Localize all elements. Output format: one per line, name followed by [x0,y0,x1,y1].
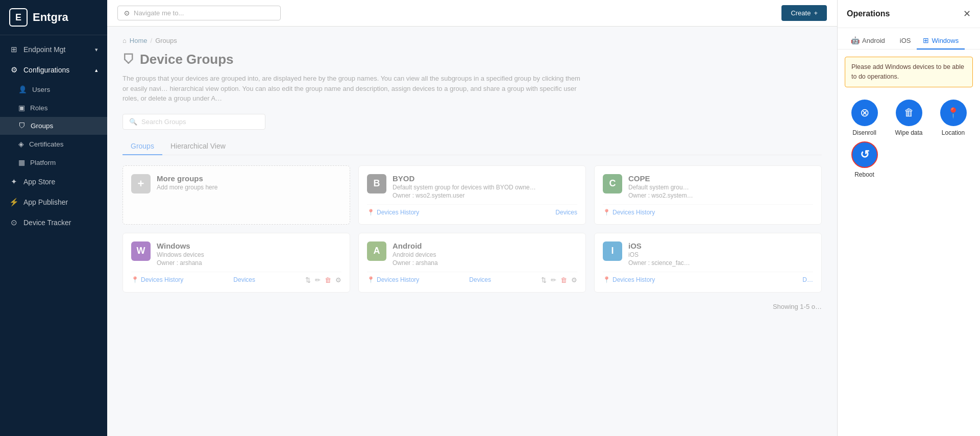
operations-panel: Operations ✕ 🤖 Android iOS ⊞ Windows Ple… [837,0,980,436]
group-name-byod: BYOD [393,174,577,183]
os-tab-android[interactable]: 🤖 Android [845,32,891,50]
group-card-header-byod: B BYOD Default system group for devices … [367,174,577,199]
reboot-circle: ↺ [851,141,878,168]
os-tab-windows[interactable]: ⊞ Windows [917,32,965,50]
app-store-icon: ✦ [9,177,18,186]
group-desc-ios: iOS [628,251,813,258]
group-card-header-cope: C COPE Default system grou… Owner : wso2… [603,174,813,199]
tab-hierarchical-view[interactable]: Hierarchical View [162,138,234,155]
disenroll-circle: ⊗ [851,100,878,126]
group-card-ios[interactable]: I iOS iOS Owner : science_fac… 📍 Devices… [594,233,822,293]
warning-box: Please add Windows devices to be able to… [845,57,973,87]
ios-os-label: iOS [900,37,911,44]
devices-link-ios[interactable]: D… [802,276,813,283]
reboot-label: Reboot [854,171,874,178]
card-actions-windows: ⇅ ✏ 🗑 ⚙ [305,276,341,284]
configurations-icon: ⚙ [9,65,18,75]
location-pin-icon: 📍 [367,209,375,216]
location-pin-icon-cope: 📍 [603,209,610,216]
tab-groups[interactable]: Groups [122,138,162,155]
sidebar-item-endpoint-mgt[interactable]: ⊞ Endpoint Mgt ▾ [0,39,107,60]
group-card-footer-cope: 📍 Devices History [603,204,813,216]
devices-history-link-byod[interactable]: 📍 Devices History [367,209,419,216]
devices-link-windows[interactable]: Devices [233,276,255,283]
group-info-android: Android Android devices Owner : arshana [393,241,577,267]
devices-link-android[interactable]: Devices [469,276,491,283]
sidebar-item-app-store[interactable]: ✦ App Store [0,172,107,192]
platform-label: Platform [30,159,56,166]
ops-header: Operations ✕ [838,0,980,28]
logo-text: Entgra [33,11,68,24]
share-icon-windows[interactable]: ⇅ [305,276,311,284]
ops-item-wipe-data[interactable]: 🗑 Wipe data [889,100,928,136]
sidebar-item-platform[interactable]: ▦ Platform [0,153,107,172]
groups-grid: + More groups Add more groups here B BYO… [122,165,822,293]
group-name-android: Android [393,241,577,250]
app-store-label: App Store [23,178,55,186]
group-info-byod: BYOD Default system group for devices wi… [393,174,577,199]
sidebar-item-certificates[interactable]: ◈ Certificates [0,135,107,153]
location-pin-icon-windows: 📍 [131,276,139,283]
roles-icon: ▣ [18,104,25,112]
ops-close-button[interactable]: ✕ [963,8,971,19]
group-card-header: + More groups Add more groups here [131,174,341,193]
group-card-more-groups[interactable]: + More groups Add more groups here [122,165,350,225]
sidebar-item-groups[interactable]: ⛉ Groups [0,117,107,135]
group-card-cope[interactable]: C COPE Default system grou… Owner : wso2… [594,165,822,225]
settings-icon-android[interactable]: ⚙ [571,276,577,284]
create-button[interactable]: Create + [781,5,827,21]
navigate-placeholder: Navigate me to... [134,9,184,17]
breadcrumb: ⌂ Home / Groups [122,37,822,44]
location-icon: 📍 [947,107,960,119]
ops-item-disenroll[interactable]: ⊗ Disenroll [845,100,884,136]
card-actions-android: ⇅ ✏ 🗑 ⚙ [541,276,577,284]
group-card-footer-byod: 📍 Devices History Devices [367,204,577,216]
group-card-windows[interactable]: W Windows Windows devices Owner : arshan… [122,233,350,293]
groups-search-box[interactable]: 🔍 Search Groups [122,114,265,130]
breadcrumb-home[interactable]: Home [130,37,148,44]
share-icon-android[interactable]: ⇅ [541,276,547,284]
chevron-icon: ▾ [95,46,98,53]
group-info-windows: Windows Windows devices Owner : arshana [157,241,341,267]
certificates-icon: ◈ [18,140,24,148]
group-avatar-ios: I [603,241,622,261]
navigate-search[interactable]: ⊙ Navigate me to... [117,6,281,20]
edit-icon-windows[interactable]: ✏ [315,276,321,284]
group-owner-ios: Owner : science_fac… [628,259,813,267]
group-card-android[interactable]: A Android Android devices Owner : arshan… [358,233,586,293]
group-info-ios: iOS iOS Owner : science_fac… [628,241,813,267]
edit-icon-android[interactable]: ✏ [551,276,556,284]
sidebar-item-app-publisher[interactable]: ⚡ App Publisher [0,192,107,212]
wipe-data-icon: 🗑 [904,107,914,118]
sidebar-item-configurations[interactable]: ⚙ Configurations ▴ [0,60,107,80]
group-avatar-cope: C [603,174,622,193]
ops-item-location[interactable]: 📍 Location [934,100,973,136]
devices-history-link-android[interactable]: 📍 Devices History [367,276,419,283]
group-owner-byod: Owner : wso2.system.user [393,192,577,199]
groups-label: Groups [31,122,53,130]
wipe-data-label: Wipe data [895,129,922,136]
group-desc-windows: Windows devices [157,251,341,258]
devices-link-byod[interactable]: Devices [555,209,577,216]
platform-icon: ▦ [18,158,25,166]
group-card-byod[interactable]: B BYOD Default system group for devices … [358,165,586,225]
disenroll-icon: ⊗ [860,106,869,119]
sidebar-item-device-tracker[interactable]: ⊙ Device Tracker [0,212,107,233]
sidebar-item-roles[interactable]: ▣ Roles [0,99,107,117]
devices-history-link-cope[interactable]: 📍 Devices History [603,209,655,216]
os-tab-ios[interactable]: iOS [891,32,917,50]
devices-history-link-windows[interactable]: 📍 Devices History [131,276,183,283]
delete-icon-android[interactable]: 🗑 [560,276,567,284]
endpoint-mgt-label: Endpoint Mgt [23,45,66,54]
settings-icon-windows[interactable]: ⚙ [335,276,341,284]
delete-icon-windows[interactable]: 🗑 [325,276,331,284]
group-owner-android: Owner : arshana [393,259,577,267]
page-content: ⌂ Home / Groups ⛉ Device Groups The grou… [107,27,837,436]
group-desc-android: Android devices [393,251,577,258]
ops-item-reboot[interactable]: ↺ Reboot [845,141,884,178]
os-tabs: 🤖 Android iOS ⊞ Windows [838,28,980,50]
topbar: ⊙ Navigate me to... Create + [107,0,837,27]
sidebar-item-users[interactable]: 👤 Users [0,80,107,99]
devices-history-link-ios[interactable]: 📍 Devices History [603,276,655,283]
groups-search-placeholder: Search Groups [141,118,186,126]
